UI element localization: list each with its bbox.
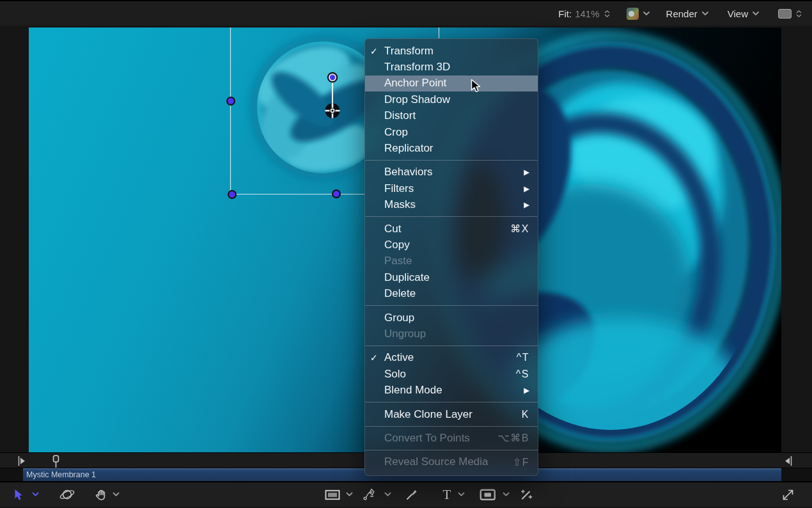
menu-item-solo[interactable]: Solo ^S xyxy=(365,366,538,382)
color-swatch-icon xyxy=(627,8,639,20)
view-layout-stepper-icon xyxy=(796,10,802,17)
menu-item-copy[interactable]: Copy xyxy=(365,237,538,253)
tools-toolbar: T xyxy=(0,481,812,507)
anchor-point-target[interactable] xyxy=(325,104,340,118)
menu-separator xyxy=(365,426,538,427)
menu-separator xyxy=(365,345,538,346)
color-channel-selector[interactable] xyxy=(627,8,650,20)
select-tool-dropdown[interactable] xyxy=(32,482,39,507)
diagonal-resize-icon xyxy=(781,488,795,502)
menu-item-masks[interactable]: Masks ▶ xyxy=(365,197,538,213)
menu-item-transform-3d[interactable]: Transform 3D xyxy=(365,59,538,75)
app-window: Fit: 141% Render View xyxy=(0,0,812,508)
pen-bezier-icon xyxy=(363,488,377,501)
adjust-item-tool-button[interactable] xyxy=(519,482,533,507)
mask-tool-button[interactable] xyxy=(480,482,496,507)
menu-item-convert-to-points: Convert To Points ⌥⌘B xyxy=(365,430,538,446)
rectangle-tool-button[interactable] xyxy=(325,482,340,507)
zoom-stepper-icon[interactable] xyxy=(604,10,610,17)
menu-item-reveal-source-media: Reveal Source Media ⇧F xyxy=(365,454,538,470)
menu-item-behaviors[interactable]: Behaviors ▶ xyxy=(365,164,538,180)
rectangle-tool-icon xyxy=(325,489,340,500)
chevron-down-icon xyxy=(643,12,650,16)
view-layout-selector[interactable] xyxy=(778,9,802,19)
menu-item-label: Filters xyxy=(384,182,414,195)
menu-item-cut[interactable]: Cut ⌘X xyxy=(365,221,538,237)
submenu-arrow-icon: ▶ xyxy=(524,200,529,209)
checkmark-icon: ✓ xyxy=(370,45,378,56)
chevron-down-icon xyxy=(384,492,391,497)
menu-item-label: Ungroup xyxy=(384,328,426,340)
text-tool-dropdown[interactable] xyxy=(458,482,465,507)
checkmark-icon: ✓ xyxy=(370,353,378,363)
bezier-tool-dropdown[interactable] xyxy=(384,482,391,507)
bezier-tool-button[interactable] xyxy=(363,482,377,507)
menu-item-label: Drop Shadow xyxy=(384,93,450,106)
canvas-toolbar: Fit: 141% Render View xyxy=(0,0,812,26)
menu-item-label: Blend Mode xyxy=(384,384,442,397)
menu-item-shortcut: ^T xyxy=(517,352,529,363)
render-label: Render xyxy=(666,8,698,19)
menu-item-anchor-point[interactable]: Anchor Point xyxy=(365,75,538,91)
menu-item-make-clone-layer[interactable]: Make Clone Layer K xyxy=(365,406,538,422)
menu-separator xyxy=(365,402,538,402)
control-handle[interactable] xyxy=(228,190,237,199)
menu-item-crop[interactable]: Crop xyxy=(365,124,538,140)
menu-item-label: Make Clone Layer xyxy=(384,408,472,421)
view-layout-icon xyxy=(778,9,792,19)
timeline-in-marker[interactable] xyxy=(18,456,26,469)
menu-item-drop-shadow[interactable]: Drop Shadow xyxy=(365,91,538,107)
chevron-down-icon xyxy=(503,492,510,497)
pan-tool-dropdown[interactable] xyxy=(113,482,120,507)
menu-item-shortcut: K xyxy=(522,409,529,420)
menu-item-transform[interactable]: ✓ Transform xyxy=(365,43,538,59)
menu-item-label: Duplicate xyxy=(384,271,430,284)
timeline-out-marker[interactable] xyxy=(785,456,792,469)
menu-item-distort[interactable]: Distort xyxy=(365,108,538,124)
chevron-down-icon xyxy=(753,12,759,16)
render-menu-button[interactable]: Render xyxy=(666,8,708,19)
control-handle[interactable] xyxy=(226,97,235,106)
menu-item-paste: Paste xyxy=(365,253,538,269)
orbit-3d-icon xyxy=(59,487,75,502)
zoom-level-control[interactable]: Fit: 141% xyxy=(558,8,609,19)
menu-item-label: Paste xyxy=(384,255,412,267)
chevron-down-icon xyxy=(458,492,465,497)
fit-label: Fit: xyxy=(558,8,572,19)
menu-separator xyxy=(365,160,538,161)
resize-panel-handle[interactable] xyxy=(781,482,795,507)
menu-item-label: Transform 3D xyxy=(384,61,450,74)
menu-item-label: Reveal Source Media xyxy=(384,456,488,468)
menu-item-label: Behaviors xyxy=(384,166,433,179)
paint-stroke-tool-button[interactable] xyxy=(405,482,419,507)
anchor-handle-dot[interactable] xyxy=(327,72,338,83)
menu-item-shortcut: ⌥⌘B xyxy=(497,432,529,444)
menu-item-shortcut: ⇧F xyxy=(513,456,529,468)
select-tool-button[interactable] xyxy=(14,482,24,507)
transform-3d-tool-button[interactable] xyxy=(59,482,75,507)
mask-tool-dropdown[interactable] xyxy=(503,482,510,507)
menu-item-ungroup: Ungroup xyxy=(365,326,538,342)
menu-item-active[interactable]: ✓ Active ^T xyxy=(365,350,538,366)
view-menu-button[interactable]: View xyxy=(728,8,759,19)
menu-item-delete[interactable]: Delete xyxy=(365,285,538,301)
menu-item-group[interactable]: Group xyxy=(365,310,538,326)
menu-item-filters[interactable]: Filters ▶ xyxy=(365,180,538,196)
svg-text:T: T xyxy=(443,488,451,502)
menu-item-duplicate[interactable]: Duplicate xyxy=(365,269,538,285)
pan-tool-button[interactable] xyxy=(95,482,108,507)
menu-item-label: Distort xyxy=(384,109,416,122)
rectangle-tool-dropdown[interactable] xyxy=(346,482,353,507)
menu-item-replicator[interactable]: Replicator xyxy=(365,140,538,156)
menu-item-label: Masks xyxy=(384,198,416,211)
menu-item-label: Transform xyxy=(384,45,433,58)
control-handle[interactable] xyxy=(332,189,341,198)
menu-item-label: Delete xyxy=(384,287,416,300)
menu-item-blend-mode[interactable]: Blend Mode ▶ xyxy=(365,382,538,398)
menu-separator xyxy=(365,216,538,217)
menu-item-label: Anchor Point xyxy=(384,77,446,90)
menu-item-shortcut: ^S xyxy=(516,369,529,380)
hand-icon xyxy=(95,488,108,502)
text-tool-button[interactable]: T xyxy=(441,482,453,507)
zoom-value: 141% xyxy=(575,8,599,19)
